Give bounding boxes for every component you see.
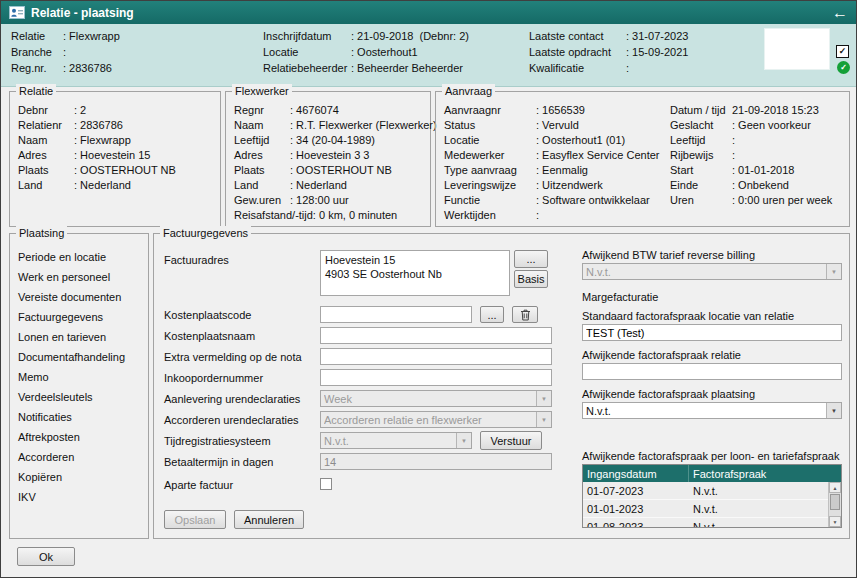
titlebar: Relatie - plaatsing ←	[1, 1, 856, 24]
table-header-ingangsdatum: Ingangsdatum	[583, 465, 689, 482]
aanvraag-functie-row: Functie: Software ontwikkelaar	[444, 193, 670, 208]
sidebar-item-verdeelsleutels[interactable]: Verdeelsleutels	[18, 387, 144, 407]
relatie-group: Relatie Debnr: 2 Relatienr: 2836786 Naam…	[9, 91, 221, 227]
header-checkbox[interactable]: ✓	[836, 45, 849, 58]
table-row[interactable]: 01-01-2023 N.v.t.	[583, 500, 828, 518]
relatie-naam-row: Naam: Flexwrapp	[18, 133, 215, 148]
kostenplaatscode-input[interactable]	[320, 306, 472, 323]
standaard-factorafspraak-label: Standaard factorafspraak locatie van rel…	[582, 310, 794, 322]
hdr-regnr-row: Reg.nr.: 2836786	[11, 60, 256, 76]
scroll-down-icon[interactable]: ▼	[829, 516, 841, 527]
sidebar-item-kopieren[interactable]: Kopiëren	[18, 467, 144, 487]
chevron-down-icon: ▼	[826, 264, 841, 279]
aanvraag-geslacht-row: Geslacht: Geen voorkeur	[670, 118, 844, 133]
factuuradres-ellipsis-button[interactable]: ...	[514, 250, 548, 268]
aanlevering-urendeclaraties-select: Week▼	[320, 390, 552, 407]
sidebar-item-notificaties[interactable]: Notificaties	[18, 407, 144, 427]
sidebar-item-lonen-en-tarieven[interactable]: Lonen en tarieven	[18, 327, 144, 347]
aparte-factuur-label: Aparte factuur	[164, 479, 233, 491]
aanvraag-aanvraagnr-row: Aanvraagnr: 1656539	[444, 103, 670, 118]
factorafspraak-tabel-label: Afwijkende factorafspraak per loon- en t…	[582, 450, 839, 462]
relatie-land-row: Land: Nederland	[18, 178, 215, 193]
sidebar-item-ikv[interactable]: IKV	[18, 487, 144, 507]
hdr-laatste-opdracht-row: Laatste opdracht: 15-09-2021	[529, 44, 767, 60]
relatie-plaatsing-window: Relatie - plaatsing ← Relatie: Flexwrapp…	[0, 0, 857, 578]
kostenplaats-delete-button[interactable]	[512, 306, 538, 323]
kostenplaatsnaam-input[interactable]	[320, 327, 552, 344]
ok-button[interactable]: Ok	[17, 547, 75, 566]
sidebar-item-werk-en-personeel[interactable]: Werk en personeel	[18, 267, 144, 287]
aanvraag-rijbewijs-row: Rijbewijs:	[670, 148, 844, 163]
flexwerker-reisafstand-row: Reisafstand/-tijd: 0 km, 0 minuten	[234, 208, 425, 223]
flexwerker-gewuren-row: Gew.uren: 128:00 uur	[234, 193, 425, 208]
sidebar-item-vereiste-documenten[interactable]: Vereiste documenten	[18, 287, 144, 307]
table-row[interactable]: 01-08-2023 N.v.t.	[583, 518, 828, 528]
betaaltermijn-label: Betaaltermijn in dagen	[164, 456, 273, 468]
header-col-laatste: Laatste contact: 31-07-2023 Laatste opdr…	[529, 28, 767, 76]
aanvraag-uren-row: Uren: 0:00 uren per week	[670, 193, 844, 208]
btw-reverse-billing-label: Afwijkend BTW tarief reverse billing	[582, 249, 755, 261]
opslaan-button: Opslaan	[164, 510, 226, 529]
aanvraag-right-col: Datum / tijd21-09-2018 15:23 Geslacht: G…	[670, 103, 844, 223]
table-header-row: Ingangsdatum Factorafspraak	[583, 465, 841, 482]
aanvraag-legend: Aanvraag	[442, 84, 495, 98]
betaaltermijn-input	[320, 453, 552, 470]
check-icon: ✓	[839, 47, 847, 56]
afwijkende-factorafspraak-plaatsing-select[interactable]: N.v.t.▼	[582, 402, 842, 419]
relation-card-icon	[9, 6, 25, 19]
chevron-down-icon: ▼	[536, 391, 551, 406]
sidebar-item-accorderen[interactable]: Accorderen	[18, 447, 144, 467]
aanvraag-einde-row: Einde: Onbekend	[670, 178, 844, 193]
hdr-relatie-row: Relatie: Flexwrapp	[11, 28, 256, 44]
afwijkende-factorafspraak-relatie-label: Afwijkende factorafspraak relatie	[582, 349, 741, 361]
chevron-down-icon: ▼	[456, 433, 471, 448]
scroll-up-icon[interactable]: ▲	[829, 482, 841, 493]
table-scrollbar[interactable]: ▲ ▼	[828, 482, 841, 527]
sidebar-item-periode-en-locatie[interactable]: Periode en locatie	[18, 247, 144, 267]
kostenplaatsnaam-label: Kostenplaatsnaam	[164, 330, 255, 342]
sidebar-item-factuurgegevens[interactable]: Factuurgegevens	[18, 307, 144, 327]
aanvraag-leeftijd-row: Leeftijd:	[670, 133, 844, 148]
inkoopordernummer-label: Inkoopordernummer	[164, 372, 263, 384]
plaatsing-group: Plaatsing Periode en locatie Werk en per…	[9, 233, 149, 539]
aanlevering-urendeclaraties-label: Aanlevering urendeclaraties	[164, 393, 300, 405]
check-icon: ✓	[840, 64, 847, 72]
relatie-adres-row: Adres: Hoevestein 15	[18, 148, 215, 163]
table-row[interactable]: 01-07-2023 N.v.t.	[583, 482, 828, 500]
extra-vermelding-input[interactable]	[320, 348, 552, 365]
accorderen-urendeclaraties-select: Accorderen relatie en flexwerker▼	[320, 411, 552, 428]
flexwerker-naam-row: Naam: R.T. Flexwerker (Flexwerker)	[234, 118, 425, 133]
afwijkende-factorafspraak-plaatsing-label: Afwijkende factorafspraak plaatsing	[582, 388, 755, 400]
factuuradres-label: Factuuradres	[164, 254, 229, 266]
flexwerker-adres-row: Adres: Hoevestein 3 3	[234, 148, 425, 163]
inkoopordernummer-input[interactable]	[320, 369, 552, 386]
factuurgegevens-group: Factuurgegevens Factuuradres Hoevestein …	[153, 233, 850, 539]
basis-button[interactable]: Basis	[514, 270, 548, 288]
aanvraag-datumtijd-row: Datum / tijd21-09-2018 15:23	[670, 103, 844, 118]
photo-placeholder	[764, 28, 830, 70]
flexwerker-plaats-row: Plaats: OOSTERHOUT NB	[234, 163, 425, 178]
sidebar-item-aftrekposten[interactable]: Aftrekposten	[18, 427, 144, 447]
table-header-factorafspraak: Factorafspraak	[689, 465, 841, 482]
scroll-thumb[interactable]	[830, 494, 840, 510]
standaard-factorafspraak-input[interactable]	[582, 324, 842, 341]
sidebar-item-memo[interactable]: Memo	[18, 367, 144, 387]
plaatsing-legend: Plaatsing	[16, 226, 67, 240]
aanvraag-left-col: Aanvraagnr: 1656539 Status: Vervuld Loca…	[444, 103, 670, 223]
flexwerker-group: Flexwerker Regnr: 4676074 Naam: R.T. Fle…	[225, 91, 431, 227]
relatie-legend: Relatie	[16, 84, 56, 98]
verstuur-button[interactable]: Verstuur	[480, 431, 542, 450]
hdr-kwalificatie-row: Kwalificatie:	[529, 60, 767, 76]
annuleren-button[interactable]: Annuleren	[234, 510, 304, 529]
trash-icon	[520, 309, 531, 321]
kostenplaatscode-ellipsis-button[interactable]: ...	[480, 306, 504, 323]
afwijkende-factorafspraak-relatie-input[interactable]	[582, 363, 842, 380]
tijdregistratiesysteem-label: Tijdregistratiesysteem	[164, 435, 271, 447]
aparte-factuur-checkbox[interactable]	[320, 478, 332, 490]
aanvraag-leveringswijze-row: Leveringswijze: Uitzendwerk	[444, 178, 670, 193]
flexwerker-regnr-row: Regnr: 4676074	[234, 103, 425, 118]
sidebar-item-documentafhandeling[interactable]: Documentafhandeling	[18, 347, 144, 367]
hdr-relatiebeheerder-row: Relatiebeheerder: Beheerder Beheerder	[263, 60, 525, 76]
back-button[interactable]: ←	[832, 5, 848, 21]
kostenplaatscode-label: Kostenplaatscode	[164, 309, 251, 321]
